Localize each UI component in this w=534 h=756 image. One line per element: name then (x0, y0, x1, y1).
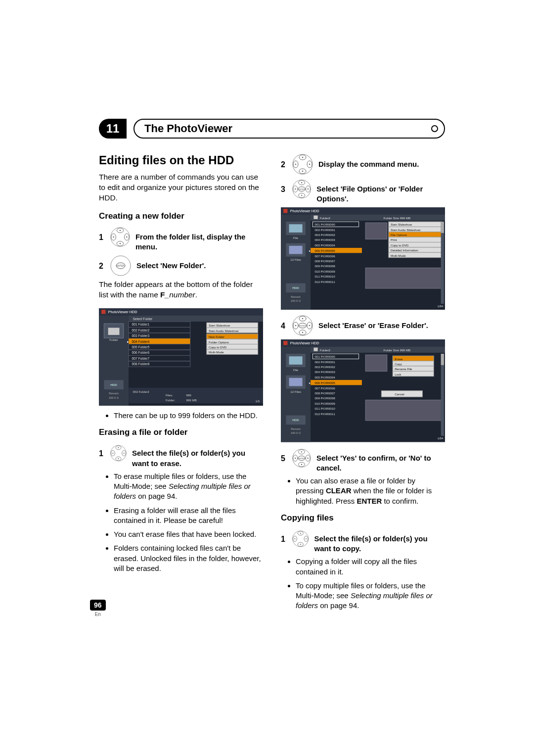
svg-text:003  PIOR0002: 003 PIOR0002 (314, 233, 335, 236)
svg-text:010  PIOR0009: 010 PIOR0009 (314, 269, 335, 273)
dpad-icon (110, 442, 127, 464)
erase-step-5: 5 ENTER Select 'Yes' to confirm, or 'No'… (281, 447, 445, 473)
svg-rect-161 (289, 356, 303, 365)
svg-text:999: 999 (186, 394, 191, 397)
right-column: 2 Display the command menu. 3 (281, 150, 445, 618)
svg-text:HDD: HDD (110, 383, 117, 386)
erase-confirm-notes: You can also erase a file or folder by p… (281, 476, 445, 506)
svg-rect-106 (311, 214, 445, 220)
svg-text:HDD: HDD (292, 418, 299, 422)
svg-point-4 (120, 243, 121, 244)
svg-text:Select Folder: Select Folder (133, 317, 152, 321)
list-item: Folders containing locked files can't be… (114, 543, 263, 573)
svg-point-70 (124, 453, 125, 454)
list-item: You can't erase files that have been loc… (114, 529, 263, 539)
svg-text:Lock: Lock (395, 373, 401, 376)
section-title: Editing files on the HDD (99, 153, 263, 167)
svg-text:New Folder: New Folder (209, 335, 224, 338)
screenshot-folder-list: PhotoViewer HDD Folder HDD Remain 100.0 … (99, 308, 263, 406)
svg-text:▸: ▸ (309, 381, 311, 384)
svg-rect-93 (283, 209, 287, 213)
screenshot-erase-menu: PhotoViewer HDD File 12 Files HDD Remain… (281, 339, 445, 442)
svg-text:Multi-Mode: Multi-Mode (391, 253, 406, 257)
svg-point-212 (307, 457, 308, 458)
create-after-text: The folder appears at the bottom of the … (99, 280, 263, 300)
svg-rect-189 (365, 355, 387, 371)
svg-text:012  PIOR0011: 012 PIOR0011 (314, 412, 335, 416)
svg-point-150 (295, 325, 297, 327)
svg-rect-125 (365, 223, 387, 239)
svg-point-64 (118, 447, 119, 448)
svg-point-88 (308, 189, 309, 189)
svg-text:PhotoViewer  HDD: PhotoViewer HDD (290, 209, 319, 213)
svg-rect-202 (441, 354, 444, 365)
svg-text:Start Slideshow: Start Slideshow (209, 324, 230, 327)
svg-text:005  PIOR0004: 005 PIOR0004 (314, 243, 335, 246)
svg-text:Remain: Remain (291, 295, 301, 298)
svg-text:999 MB: 999 MB (186, 398, 196, 402)
step-text: Select 'Yes' to confirm, or 'No' to canc… (316, 454, 431, 472)
svg-point-210 (295, 457, 296, 458)
svg-text:Folder2: Folder2 (320, 216, 331, 219)
step-text: Select 'New Folder'. (136, 261, 206, 270)
svg-text:002  Folder2: 002 Folder2 (133, 390, 149, 393)
dpad-icon (110, 226, 131, 248)
svg-point-223 (306, 538, 307, 539)
svg-text:▸: ▸ (127, 340, 129, 343)
svg-text:File: File (293, 368, 299, 372)
svg-rect-201 (441, 354, 444, 436)
svg-text:100.0 G: 100.0 G (291, 431, 301, 434)
svg-point-6 (113, 236, 114, 237)
svg-text:ENTER: ENTER (299, 457, 305, 459)
erase-step-3: 3 ENTER Select 'File Options' or 'Folder… (281, 178, 445, 204)
step-number: 1 (99, 442, 105, 458)
svg-text:ENTER: ENTER (299, 325, 306, 327)
step-number: 2 (281, 153, 287, 169)
svg-point-8 (126, 236, 127, 237)
svg-text:PhotoViewer  HDD: PhotoViewer HDD (290, 341, 319, 345)
svg-text:12 Files: 12 Files (290, 257, 301, 261)
svg-text:12 Files: 12 Files (290, 390, 301, 393)
svg-text:002  PIOR0001: 002 PIOR0001 (314, 228, 335, 231)
svg-text:Erase: Erase (395, 357, 403, 361)
step-number: 5 (281, 447, 287, 463)
svg-point-84 (301, 195, 302, 196)
chapter-number: 11 (99, 119, 127, 139)
step-number: 1 (281, 528, 287, 544)
dpad-enter-icon: ENTER (292, 315, 313, 336)
step-text: Select 'Erase' or 'Erase Folder'. (318, 321, 428, 330)
svg-text:004  PIOR0003: 004 PIOR0003 (314, 370, 335, 374)
step-number: 4 (281, 315, 287, 331)
svg-point-219 (300, 544, 301, 545)
svg-text:▸: ▸ (309, 249, 311, 252)
svg-rect-142 (441, 222, 444, 233)
copy-step-1: 1 Select the file(s) or folder(s) you wa… (281, 528, 445, 554)
svg-point-2 (120, 230, 121, 231)
list-item: To erase multiple files or folders, use … (114, 472, 263, 502)
svg-text:Folder Options: Folder Options (209, 340, 229, 344)
svg-text:100.0 G: 100.0 G (109, 396, 119, 399)
svg-text:Folder2: Folder2 (320, 348, 331, 352)
step-text: Select the file(s) or folder(s) you want… (132, 449, 245, 467)
step-text: From the folder list, display the menu. (135, 233, 246, 251)
svg-text:Multi-Mode: Multi-Mode (209, 350, 224, 354)
svg-point-68 (112, 453, 113, 454)
chapter-header: 11 The PhotoViewer (99, 119, 445, 139)
svg-point-148 (302, 332, 304, 333)
svg-point-208 (301, 464, 302, 465)
dpad-icon (292, 153, 313, 175)
svg-text:Remain: Remain (291, 427, 301, 430)
svg-text:004  PIOR0003: 004 PIOR0003 (314, 238, 335, 241)
list-item: To copy multiple files or folders, use t… (296, 581, 445, 611)
svg-text:006  PIOR0005: 006 PIOR0005 (314, 381, 335, 384)
copy-notes: Copying a folder will copy all the files… (281, 557, 445, 611)
svg-text:002  PIOR0001: 002 PIOR0001 (314, 360, 335, 364)
svg-text:001  PIOR0000: 001 PIOR0000 (314, 223, 335, 226)
svg-text:012  PIOR0011: 012 PIOR0011 (314, 280, 335, 283)
page-number: 96 (90, 600, 106, 611)
svg-text:009  PIOR0008: 009 PIOR0008 (314, 264, 335, 268)
svg-text:010  PIOR0009: 010 PIOR0009 (314, 402, 335, 405)
svg-text:1/3: 1/3 (255, 399, 260, 403)
step-text: Select 'File Options' or 'Folder Options… (316, 185, 423, 203)
svg-text:003  PIOR0002: 003 PIOR0002 (314, 365, 335, 369)
